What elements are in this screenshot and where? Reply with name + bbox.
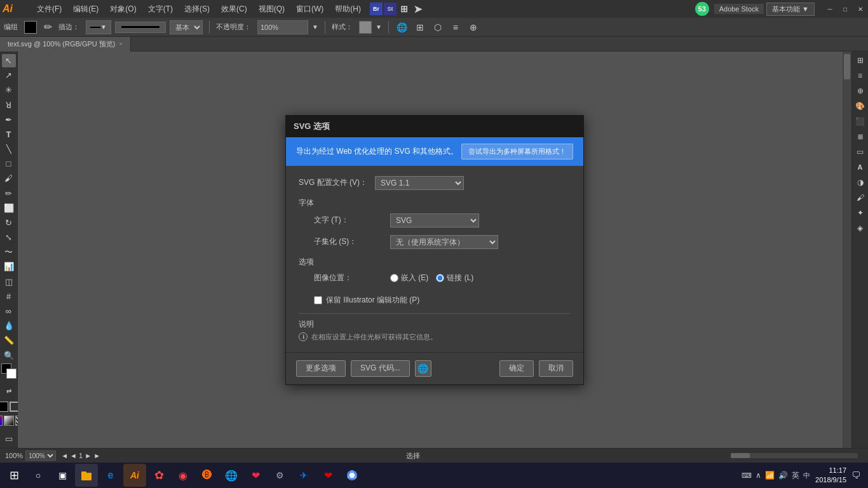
menu-effect[interactable]: 效果(C) bbox=[216, 3, 252, 16]
menu-help[interactable]: 帮助(H) bbox=[330, 3, 366, 16]
transform-icon[interactable]: ⬡ bbox=[431, 20, 445, 34]
opacity-input[interactable] bbox=[257, 20, 308, 34]
panel-layer-icon[interactable]: ≣ bbox=[854, 130, 867, 143]
style-arrow[interactable]: ▼ bbox=[376, 24, 382, 30]
panel-brush-icon[interactable]: 🖌 bbox=[854, 191, 867, 204]
pencil-tool[interactable]: ✏ bbox=[2, 187, 16, 200]
workspace-selector[interactable]: 基本功能 ▼ bbox=[766, 3, 815, 16]
clock[interactable]: 11:17 2018/9/15 bbox=[815, 466, 846, 485]
stroke-icon[interactable]: ✏ bbox=[41, 20, 55, 34]
preserve-checkbox-label[interactable]: 保留 Illustrator 编辑功能 (P) bbox=[314, 295, 419, 306]
menu-edit[interactable]: 编辑(E) bbox=[68, 3, 104, 16]
link-radio-label[interactable]: 链接 (L) bbox=[436, 273, 473, 283]
notification-badge[interactable]: 53 bbox=[695, 2, 709, 16]
chrome-app[interactable] bbox=[341, 464, 363, 487]
stroke-btn[interactable]: ▼ bbox=[86, 20, 111, 34]
fill-toggle[interactable] bbox=[0, 402, 8, 412]
svg-code-button[interactable]: SVG 代码... bbox=[351, 360, 410, 377]
graph-tool[interactable]: 📊 bbox=[2, 260, 16, 273]
align-icon[interactable]: ≡ bbox=[449, 20, 463, 34]
pathfinder-icon[interactable]: ⊕ bbox=[466, 20, 480, 34]
network-icon[interactable]: 📶 bbox=[765, 471, 775, 480]
more-options-button[interactable]: 更多选项 bbox=[296, 360, 346, 377]
keyboard-icon[interactable]: ⌨ bbox=[742, 471, 752, 480]
fill-swatch[interactable] bbox=[24, 21, 37, 34]
rotate-tool[interactable]: ↻ bbox=[2, 216, 16, 229]
lang-icon[interactable]: 英 bbox=[792, 470, 799, 481]
zoom-select[interactable]: 100% bbox=[25, 451, 56, 461]
panel-symbol-icon[interactable]: ✦ bbox=[854, 207, 867, 219]
app-orange[interactable]: 🅑 bbox=[196, 464, 219, 487]
pen-tool[interactable]: ✒ bbox=[2, 113, 16, 126]
h-scrollbar[interactable] bbox=[731, 453, 858, 458]
paint-brush-tool[interactable]: 🖌 bbox=[2, 172, 16, 185]
globe-icon[interactable]: 🌐 bbox=[395, 20, 409, 34]
warp-tool[interactable]: 〜 bbox=[2, 245, 16, 259]
menu-select[interactable]: 选择(S) bbox=[179, 3, 215, 16]
menu-file[interactable]: 文件(F) bbox=[32, 3, 67, 16]
magic-wand-tool[interactable]: ✳ bbox=[2, 83, 16, 97]
blend-tool[interactable]: ∞ bbox=[2, 304, 16, 318]
volume-icon[interactable]: 🔊 bbox=[778, 471, 788, 480]
panel-transform-icon[interactable]: ⊞ bbox=[854, 54, 867, 67]
menu-window[interactable]: 窗口(W) bbox=[291, 3, 329, 16]
app-heart1[interactable]: ❤ bbox=[244, 464, 267, 487]
stroke-type-select[interactable]: 基本 bbox=[170, 20, 203, 34]
measure-tool[interactable]: 📏 bbox=[2, 334, 16, 347]
panel-artboard-icon[interactable]: ▭ bbox=[854, 146, 867, 158]
grid2-icon[interactable]: ⊞ bbox=[413, 20, 427, 34]
background-color[interactable] bbox=[6, 369, 17, 379]
eyedropper-tool[interactable]: 💧 bbox=[2, 319, 16, 332]
chevron-up-icon[interactable]: ∧ bbox=[756, 471, 761, 480]
task-view-button[interactable]: ▣ bbox=[51, 464, 74, 487]
gradient-tool[interactable]: ◫ bbox=[2, 275, 16, 288]
minimize-button[interactable]: ─ bbox=[822, 0, 837, 18]
ime-icon[interactable]: 中 bbox=[803, 471, 810, 480]
page-nav[interactable]: ◄ ◄ 1 ► ► bbox=[61, 452, 100, 459]
cancel-button[interactable]: 取消 bbox=[539, 360, 573, 377]
color-squares[interactable] bbox=[1, 363, 17, 378]
confirm-button[interactable]: 确定 bbox=[499, 360, 534, 377]
panel-color-icon[interactable]: 🎨 bbox=[854, 100, 867, 112]
screen-mode-tool[interactable]: ▭ bbox=[2, 432, 16, 445]
app-red1[interactable]: ✿ bbox=[147, 464, 170, 487]
font-subset-select[interactable]: 无（使用系统字体） 仅使用的字形 英文字形 所有字形 bbox=[390, 235, 498, 249]
select-tool[interactable]: ↖ bbox=[2, 54, 16, 67]
embed-radio-label[interactable]: 嵌入 (E) bbox=[390, 273, 428, 283]
direct-select-tool[interactable]: ↗ bbox=[2, 69, 16, 82]
link-radio[interactable] bbox=[436, 274, 444, 282]
preserve-checkbox[interactable] bbox=[314, 296, 322, 304]
bridge-st-icon[interactable]: St bbox=[384, 3, 397, 15]
start-button[interactable]: ⊞ bbox=[3, 464, 25, 487]
panel-graphic-style-icon[interactable]: ◈ bbox=[854, 222, 867, 234]
menu-text[interactable]: 文字(T) bbox=[143, 3, 178, 16]
file-manager-app[interactable] bbox=[75, 464, 98, 487]
grid-icon[interactable]: ⊞ bbox=[398, 3, 410, 15]
scale-tool[interactable]: ⤡ bbox=[2, 231, 16, 244]
steam-app[interactable]: ⚙ bbox=[268, 464, 291, 487]
menu-view[interactable]: 视图(Q) bbox=[254, 3, 290, 16]
color-mode[interactable] bbox=[0, 416, 3, 426]
notification-icon[interactable]: 🗨 bbox=[851, 470, 860, 480]
embed-radio[interactable] bbox=[390, 274, 398, 282]
gradient-mode[interactable] bbox=[4, 416, 14, 426]
webedge-app[interactable]: e bbox=[99, 464, 122, 487]
app-blue[interactable]: ✈ bbox=[292, 464, 315, 487]
illustrator-app[interactable]: Ai bbox=[123, 464, 146, 487]
panel-char-icon[interactable]: A bbox=[854, 161, 867, 173]
app-heart2[interactable]: ❤ bbox=[316, 464, 339, 487]
rect-tool[interactable]: □ bbox=[2, 157, 16, 170]
panel-pathfinder-icon[interactable]: ⊕ bbox=[854, 85, 867, 97]
browser-app[interactable]: 🌐 bbox=[220, 464, 243, 487]
font-text-select[interactable]: SVG 轮廓 bbox=[390, 214, 479, 227]
panel-align-icon[interactable]: ≡ bbox=[854, 69, 867, 82]
panel-swatch-icon[interactable]: ⬛ bbox=[854, 115, 867, 128]
mesh-tool[interactable]: # bbox=[2, 290, 16, 303]
lasso-tool[interactable]: ꓤ bbox=[2, 98, 16, 112]
zoom-tool[interactable]: 🔍 bbox=[2, 348, 16, 362]
panel-opacity-icon[interactable]: ◑ bbox=[854, 176, 867, 189]
search-button[interactable]: ○ bbox=[27, 464, 50, 487]
h-scrollbar-thumb[interactable] bbox=[731, 453, 750, 458]
swap-colors-icon[interactable]: ⇄ bbox=[2, 384, 16, 398]
app-red2[interactable]: ◉ bbox=[172, 464, 194, 487]
